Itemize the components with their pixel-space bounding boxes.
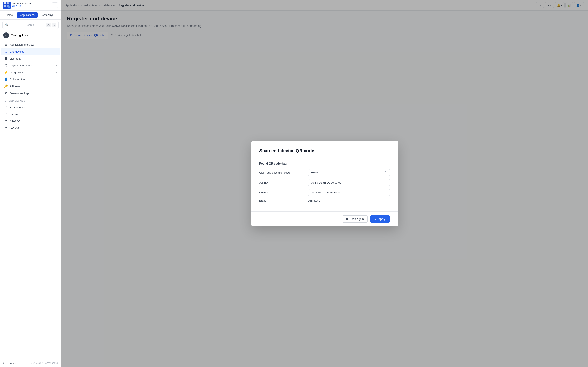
logo-bottom: CLOUD	[12, 5, 32, 7]
sidebar-item-application-overview[interactable]: ⊞ Application overview	[1, 41, 60, 48]
apply-check-icon: ✓	[375, 217, 377, 221]
live-data-icon: ☰	[4, 57, 8, 60]
ab01-v2-icon: ⊙	[4, 119, 8, 123]
sidebar-item-lora32[interactable]: ⊙ LoRa32	[1, 125, 60, 132]
modal: Scan end device QR code Found QR code da…	[251, 141, 398, 226]
sidebar-footer: ℹ Resources ▾ eu1 • v3.32.1.6738267293	[0, 359, 61, 367]
device-label: Wio-E5	[10, 113, 18, 116]
sidebar-item-f1-starter-kit[interactable]: ⊙ F1 Starter Kit	[1, 104, 60, 111]
top-end-devices-list: ⊙ F1 Starter Kit ⊙ Wio-E5 ⊙ AB01-V2 ⊙ Lo…	[0, 103, 61, 133]
back-label: Testing Area	[11, 34, 28, 37]
sidebar-item-api-keys[interactable]: 🔑 API keys	[1, 83, 60, 90]
menu-icon: ☰	[54, 4, 56, 7]
general-settings-icon: ⚙	[4, 91, 8, 95]
sidebar-item-label: Integrations	[10, 71, 24, 74]
search-bar[interactable]: 🔍 Search ⌘ K	[2, 21, 59, 29]
logo: THE THINGS STACK CLOUD	[3, 2, 32, 9]
svg-rect-5	[8, 6, 10, 8]
join-eui-input-wrapper	[308, 179, 390, 186]
tab-applications[interactable]: Applications	[17, 12, 38, 18]
svg-rect-3	[4, 5, 6, 7]
content-area: Register end device Does your end device…	[61, 11, 588, 367]
sidebar-item-live-data[interactable]: ☰ Live data	[1, 55, 60, 62]
sidebar-toggle-button[interactable]: ☰	[52, 2, 58, 8]
brand-value: Abeeway	[308, 199, 320, 202]
search-icon: 🔍	[5, 24, 24, 26]
dev-eui-row: DevEUI	[259, 189, 390, 196]
sidebar-nav: ⊞ Application overview ⊙ End devices ☰ L…	[0, 40, 61, 98]
sidebar-item-label: Live data	[10, 57, 21, 60]
tab-gateways[interactable]: Gateways	[39, 12, 57, 18]
brand-label: Brand	[259, 199, 304, 202]
join-eui-label: JoinEUI	[259, 181, 304, 184]
logo-top: THE THINGS STACK	[12, 3, 32, 5]
sidebar-item-label: Application overview	[10, 43, 34, 46]
end-devices-icon: ⊙	[4, 50, 8, 53]
search-shortcut: ⌘ K	[46, 23, 56, 27]
svg-rect-2	[7, 2, 9, 4]
claim-auth-input[interactable]	[308, 169, 390, 176]
payload-formatters-icon: ⬡	[4, 64, 8, 67]
sidebar-item-label: General settings	[10, 92, 29, 95]
main-content: Applications › Testing Area › End device…	[61, 0, 588, 367]
info-icon: ℹ	[3, 361, 4, 365]
collaborators-icon: 👤	[4, 77, 8, 81]
sidebar-item-collaborators[interactable]: 👤 Collaborators	[1, 76, 60, 83]
f1-starter-kit-icon: ⊙	[4, 106, 8, 109]
add-end-device-button[interactable]: +	[56, 99, 58, 102]
top-end-devices-label: Top end devices	[3, 100, 25, 102]
back-icon: ←	[3, 33, 9, 38]
scan-again-button[interactable]: ✕ Scan again	[342, 215, 368, 223]
sidebar-item-label: End devices	[10, 50, 24, 53]
dev-eui-input-wrapper	[308, 189, 390, 196]
join-eui-input[interactable]	[308, 179, 390, 186]
modal-title: Scan end device QR code	[259, 148, 390, 154]
sidebar-item-general-settings[interactable]: ⚙ General settings	[1, 90, 60, 97]
resources-label: Resources	[6, 361, 18, 365]
apply-button[interactable]: ✓ Apply	[370, 215, 390, 223]
device-label: LoRa32	[10, 127, 19, 130]
search-kbd2: K	[52, 23, 56, 27]
application-overview-icon: ⊞	[4, 43, 8, 47]
api-keys-icon: 🔑	[4, 84, 8, 88]
sidebar-item-payload-formatters[interactable]: ⬡ Payload formatters ›	[1, 62, 60, 69]
sidebar-header: THE THINGS STACK CLOUD ☰	[0, 0, 61, 11]
sidebar-item-label: API keys	[10, 85, 20, 88]
top-end-devices-section-header: Top end devices +	[0, 98, 61, 103]
search-placeholder: Search	[26, 24, 44, 26]
tab-home[interactable]: Home	[2, 12, 16, 18]
dev-eui-input[interactable]	[308, 189, 390, 196]
search-kbd1: ⌘	[46, 23, 51, 27]
integrations-icon: ⚡	[4, 71, 8, 74]
scan-again-x-icon: ✕	[346, 217, 348, 221]
integrations-expand-icon: ›	[56, 71, 57, 74]
scan-again-label: Scan again	[350, 217, 364, 221]
nav-tabs: Home Applications Gateways	[0, 11, 61, 20]
logo-icon	[3, 2, 11, 9]
sidebar-item-ab01-v2[interactable]: ⊙ AB01-V2	[1, 118, 60, 125]
version-text: eu1 • v3.32.1.6738267293	[31, 362, 58, 364]
brand-row: Brand Abeeway	[259, 199, 390, 202]
claim-auth-row: Claim authentication code 👁	[259, 169, 390, 176]
sidebar-item-wio-e5[interactable]: ⊙ Wio-E5	[1, 111, 60, 118]
claim-auth-input-wrapper: 👁	[308, 169, 390, 176]
svg-rect-1	[4, 2, 6, 4]
device-label: F1 Starter Kit	[10, 106, 26, 109]
modal-body: Scan end device QR code Found QR code da…	[251, 141, 398, 211]
modal-divider	[259, 158, 390, 158]
resources-button[interactable]: ℹ Resources ▾	[3, 361, 21, 365]
sidebar-item-end-devices[interactable]: ⊙ End devices	[1, 48, 60, 55]
logo-text: THE THINGS STACK CLOUD	[12, 3, 32, 8]
claim-auth-label: Claim authentication code	[259, 171, 304, 174]
eye-icon[interactable]: 👁	[385, 171, 388, 174]
lora32-icon: ⊙	[4, 126, 8, 130]
apply-label: Apply	[378, 217, 385, 221]
back-button[interactable]: ← Testing Area	[0, 30, 61, 40]
dev-eui-label: DevEUI	[259, 191, 304, 194]
sidebar-item-integrations[interactable]: ⚡ Integrations ›	[1, 69, 60, 76]
resources-chevron-icon: ▾	[19, 361, 21, 365]
wio-e5-icon: ⊙	[4, 113, 8, 116]
device-label: AB01-V2	[10, 120, 20, 123]
sidebar-item-label: Payload formatters	[10, 64, 32, 67]
join-eui-row: JoinEUI	[259, 179, 390, 186]
